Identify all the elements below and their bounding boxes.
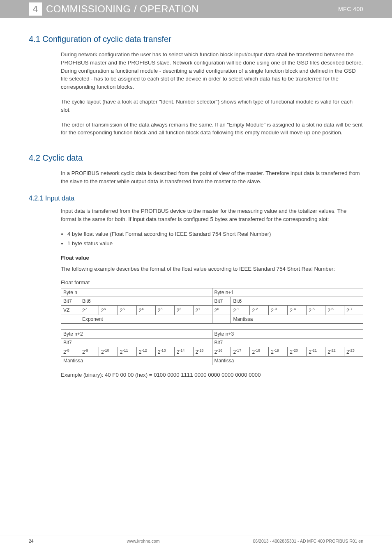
float-value-label: Float value [61, 255, 363, 261]
footer: 24 www.krohne.com 06/2013 - 4002835301 -… [0, 536, 392, 543]
header-bar: 4 COMMISSIONING / OPERATION MFC 400 [0, 0, 392, 18]
cell-pow: 2-2 [250, 306, 269, 315]
cell-pow: 27 [80, 306, 99, 315]
cell-pow: 23 [155, 306, 174, 315]
cell-pow: 2-17 [231, 347, 250, 357]
cell-pow: 2-9 [80, 347, 99, 357]
cell-pow: 2-4 [288, 306, 307, 315]
cell-pow: 2-19 [269, 347, 288, 357]
cell-bit7: Bit7 [212, 339, 363, 347]
float-format-table-2: Byte n+2 Byte n+3 Bit7 Bit7 2-8 2-9 2-10… [61, 329, 363, 365]
cell-pow: 2-7 [344, 306, 363, 315]
cell-byte-n3: Byte n+3 [212, 330, 363, 339]
cell-bit6: Bit6 [80, 297, 212, 306]
cell-vz: VZ [61, 306, 80, 315]
section-number-box: 4 [29, 2, 42, 16]
cell-pow: 2-18 [250, 347, 269, 357]
cell-pow: 2-5 [307, 306, 325, 315]
footer-doc: 06/2013 - 4002835301 - AD MFC 400 PROFIB… [253, 539, 363, 543]
bullet-item: 1 byte status value [67, 239, 363, 248]
cell-pow: 2-3 [269, 306, 288, 315]
cell-bit7: Bit7 [61, 297, 80, 306]
cell-pow: 2-12 [136, 347, 155, 357]
para-4-1-3: The order of transmission of the data al… [61, 121, 363, 137]
cell-pow: 2-6 [325, 306, 344, 315]
cell-bit7: Bit7 [212, 297, 231, 306]
cell-pow: 21 [193, 306, 212, 315]
cell-pow: 22 [174, 306, 193, 315]
cell-empty [61, 315, 80, 324]
cell-mantissa: Mantissa [212, 357, 363, 365]
cell-pow: 2-1 [231, 306, 250, 315]
section-title: COMMISSIONING / OPERATION [46, 3, 338, 15]
para-float-desc: The following example describes the form… [61, 265, 363, 273]
doc-id: MFC 400 [338, 6, 363, 12]
para-4-1-2: The cyclic layout (have a look at chapte… [61, 98, 363, 114]
cell-pow: 26 [99, 306, 118, 315]
cell-pow: 2-21 [307, 347, 325, 357]
cell-pow: 2-16 [212, 347, 231, 357]
heading-4-2-1: 4.2.1 Input data [29, 195, 363, 202]
heading-4-2: 4.2 Cyclic data [29, 153, 363, 163]
cell-pow: 2-23 [344, 347, 363, 357]
float-format-table-1: Byte n Byte n+1 Bit7 Bit6 Bit7 Bit6 VZ 2… [61, 288, 363, 324]
cell-pow: 2-20 [288, 347, 307, 357]
cell-pow: 2-10 [99, 347, 118, 357]
cell-mantissa: Mantissa [231, 315, 363, 324]
bullet-item: 4 byte float value (Float Format accordi… [67, 230, 363, 238]
cell-mantissa: Mantissa [61, 357, 212, 365]
cell-pow: 24 [136, 306, 155, 315]
cell-pow: 2-22 [325, 347, 344, 357]
cell-bit6: Bit6 [231, 297, 363, 306]
para-4-2-1: In a PROFIBUS network cyclic data is des… [61, 169, 363, 186]
para-4-2-1-intro: Input data is transferred from the PROFI… [61, 207, 363, 223]
example-line: Example (binary): 40 F0 00 00 (hex) = 01… [61, 371, 363, 379]
para-4-1-1: During network configuration the user ha… [61, 51, 363, 91]
bullet-list: 4 byte float value (Float Format accordi… [61, 230, 363, 248]
cell-pow: 2-14 [174, 347, 193, 357]
cell-pow: 2-15 [193, 347, 212, 357]
cell-byte-n2: Byte n+2 [61, 330, 212, 339]
cell-pow: 2-8 [61, 347, 80, 357]
cell-byte-n1: Byte n+1 [212, 288, 363, 297]
cell-bit7: Bit7 [61, 339, 212, 347]
page-number: 24 [29, 539, 34, 543]
float-format-label: Float format [61, 279, 363, 286]
cell-byte-n: Byte n [61, 288, 212, 297]
footer-site: www.krohne.com [127, 539, 160, 543]
heading-4-1: 4.1 Configuration of cyclic data transfe… [29, 35, 363, 44]
cell-exponent: Exponent [80, 315, 212, 324]
cell-empty [212, 315, 231, 324]
cell-pow: 20 [212, 306, 231, 315]
cell-pow: 25 [118, 306, 136, 315]
cell-pow: 2-11 [118, 347, 136, 357]
cell-pow: 2-13 [155, 347, 174, 357]
